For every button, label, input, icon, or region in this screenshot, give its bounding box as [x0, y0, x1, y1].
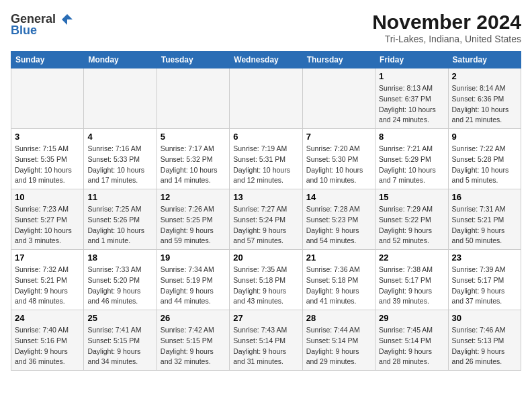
day-info: Sunrise: 7:19 AMSunset: 5:31 PMDaylight:…: [233, 144, 298, 186]
calendar-cell: 21Sunrise: 7:36 AMSunset: 5:18 PMDayligh…: [302, 250, 375, 310]
calendar-cell: 30Sunrise: 7:46 AMSunset: 5:13 PMDayligh…: [448, 310, 521, 371]
day-info: Sunrise: 7:28 AMSunset: 5:23 PMDaylight:…: [306, 204, 371, 246]
calendar-cell: [157, 68, 229, 129]
day-info: Sunrise: 8:14 AMSunset: 6:36 PMDaylight:…: [452, 83, 517, 126]
day-info: Sunrise: 7:22 AMSunset: 5:28 PMDaylight:…: [452, 144, 517, 186]
day-info: Sunrise: 7:41 AMSunset: 5:15 PMDaylight:…: [87, 325, 152, 367]
day-number: 11: [87, 192, 152, 202]
day-info: Sunrise: 7:35 AMSunset: 5:18 PMDaylight:…: [233, 265, 298, 307]
calendar-cell: 12Sunrise: 7:26 AMSunset: 5:25 PMDayligh…: [157, 189, 229, 250]
day-number: 1: [379, 71, 444, 81]
day-number: 20: [233, 253, 298, 263]
day-number: 28: [306, 313, 371, 323]
day-info: Sunrise: 7:20 AMSunset: 5:30 PMDaylight:…: [306, 144, 371, 186]
calendar-cell: 6Sunrise: 7:19 AMSunset: 5:31 PMDaylight…: [230, 129, 302, 189]
day-number: 5: [161, 132, 226, 142]
day-info: Sunrise: 7:32 AMSunset: 5:21 PMDaylight:…: [15, 265, 80, 307]
weekday-header-wednesday: Wednesday: [230, 52, 302, 68]
day-number: 24: [15, 313, 80, 323]
calendar-cell: 4Sunrise: 7:16 AMSunset: 5:33 PMDaylight…: [84, 129, 157, 189]
svg-marker-0: [62, 14, 73, 25]
location: Tri-Lakes, Indiana, United States: [372, 34, 521, 44]
weekday-header-sunday: Sunday: [11, 52, 84, 68]
calendar-cell: [230, 68, 302, 129]
day-number: 14: [306, 192, 371, 202]
week-row-5: 24Sunrise: 7:40 AMSunset: 5:16 PMDayligh…: [11, 310, 521, 371]
day-number: 2: [452, 71, 517, 81]
day-number: 3: [15, 132, 80, 142]
day-info: Sunrise: 7:31 AMSunset: 5:21 PMDaylight:…: [452, 204, 517, 246]
calendar-cell: 23Sunrise: 7:39 AMSunset: 5:17 PMDayligh…: [448, 250, 521, 310]
calendar-cell: 1Sunrise: 8:13 AMSunset: 6:37 PMDaylight…: [375, 68, 448, 129]
calendar-cell: [302, 68, 375, 129]
week-row-1: 1Sunrise: 8:13 AMSunset: 6:37 PMDaylight…: [11, 68, 521, 129]
day-number: 7: [306, 132, 371, 142]
day-info: Sunrise: 7:36 AMSunset: 5:18 PMDaylight:…: [306, 265, 371, 307]
day-number: 10: [15, 192, 80, 202]
calendar-cell: 16Sunrise: 7:31 AMSunset: 5:21 PMDayligh…: [448, 189, 521, 250]
day-number: 29: [379, 313, 444, 323]
day-info: Sunrise: 7:42 AMSunset: 5:15 PMDaylight:…: [161, 325, 226, 367]
day-info: Sunrise: 7:34 AMSunset: 5:19 PMDaylight:…: [161, 265, 226, 307]
week-row-2: 3Sunrise: 7:15 AMSunset: 5:35 PMDaylight…: [11, 129, 521, 189]
calendar: SundayMondayTuesdayWednesdayThursdayFrid…: [11, 51, 521, 371]
day-number: 12: [161, 192, 226, 202]
calendar-cell: 7Sunrise: 7:20 AMSunset: 5:30 PMDaylight…: [302, 129, 375, 189]
calendar-cell: 5Sunrise: 7:17 AMSunset: 5:32 PMDaylight…: [157, 129, 229, 189]
calendar-cell: 8Sunrise: 7:21 AMSunset: 5:29 PMDaylight…: [375, 129, 448, 189]
day-info: Sunrise: 8:13 AMSunset: 6:37 PMDaylight:…: [379, 83, 444, 126]
weekday-header-friday: Friday: [375, 52, 448, 68]
day-info: Sunrise: 7:39 AMSunset: 5:17 PMDaylight:…: [452, 265, 517, 307]
header: General Blue November 2024 Tri-Lakes, In…: [11, 11, 521, 44]
day-number: 22: [379, 253, 444, 263]
day-number: 16: [452, 192, 517, 202]
day-number: 8: [379, 132, 444, 142]
calendar-cell: 28Sunrise: 7:44 AMSunset: 5:14 PMDayligh…: [302, 310, 375, 371]
day-info: Sunrise: 7:25 AMSunset: 5:26 PMDaylight:…: [87, 204, 152, 246]
calendar-cell: 9Sunrise: 7:22 AMSunset: 5:28 PMDaylight…: [448, 129, 521, 189]
day-number: 17: [15, 253, 80, 263]
calendar-cell: 20Sunrise: 7:35 AMSunset: 5:18 PMDayligh…: [230, 250, 302, 310]
day-info: Sunrise: 7:17 AMSunset: 5:32 PMDaylight:…: [161, 144, 226, 186]
calendar-cell: 17Sunrise: 7:32 AMSunset: 5:21 PMDayligh…: [11, 250, 84, 310]
calendar-cell: 27Sunrise: 7:43 AMSunset: 5:14 PMDayligh…: [230, 310, 302, 371]
day-number: 18: [87, 253, 152, 263]
week-row-4: 17Sunrise: 7:32 AMSunset: 5:21 PMDayligh…: [11, 250, 521, 310]
logo-blue-text: Blue: [11, 24, 37, 38]
calendar-cell: 25Sunrise: 7:41 AMSunset: 5:15 PMDayligh…: [84, 310, 157, 371]
title-area: November 2024 Tri-Lakes, Indiana, United…: [372, 11, 521, 44]
logo-icon: [60, 13, 74, 26]
day-info: Sunrise: 7:33 AMSunset: 5:20 PMDaylight:…: [87, 265, 152, 307]
day-info: Sunrise: 7:45 AMSunset: 5:14 PMDaylight:…: [379, 325, 444, 367]
weekday-header-thursday: Thursday: [302, 52, 375, 68]
day-info: Sunrise: 7:15 AMSunset: 5:35 PMDaylight:…: [15, 144, 80, 186]
calendar-cell: 10Sunrise: 7:23 AMSunset: 5:27 PMDayligh…: [11, 189, 84, 250]
calendar-cell: 15Sunrise: 7:29 AMSunset: 5:22 PMDayligh…: [375, 189, 448, 250]
calendar-cell: 14Sunrise: 7:28 AMSunset: 5:23 PMDayligh…: [302, 189, 375, 250]
month-title: November 2024: [372, 11, 521, 34]
day-number: 23: [452, 253, 517, 263]
day-number: 21: [306, 253, 371, 263]
calendar-cell: 13Sunrise: 7:27 AMSunset: 5:24 PMDayligh…: [230, 189, 302, 250]
calendar-cell: 19Sunrise: 7:34 AMSunset: 5:19 PMDayligh…: [157, 250, 229, 310]
day-info: Sunrise: 7:43 AMSunset: 5:14 PMDaylight:…: [233, 325, 298, 367]
calendar-cell: 11Sunrise: 7:25 AMSunset: 5:26 PMDayligh…: [84, 189, 157, 250]
calendar-cell: 29Sunrise: 7:45 AMSunset: 5:14 PMDayligh…: [375, 310, 448, 371]
day-number: 27: [233, 313, 298, 323]
day-info: Sunrise: 7:26 AMSunset: 5:25 PMDaylight:…: [161, 204, 226, 246]
day-info: Sunrise: 7:44 AMSunset: 5:14 PMDaylight:…: [306, 325, 371, 367]
day-info: Sunrise: 7:21 AMSunset: 5:29 PMDaylight:…: [379, 144, 444, 186]
calendar-cell: 24Sunrise: 7:40 AMSunset: 5:16 PMDayligh…: [11, 310, 84, 371]
day-number: 26: [161, 313, 226, 323]
calendar-cell: 3Sunrise: 7:15 AMSunset: 5:35 PMDaylight…: [11, 129, 84, 189]
day-info: Sunrise: 7:46 AMSunset: 5:13 PMDaylight:…: [452, 325, 517, 367]
calendar-cell: [11, 68, 84, 129]
week-row-3: 10Sunrise: 7:23 AMSunset: 5:27 PMDayligh…: [11, 189, 521, 250]
day-info: Sunrise: 7:29 AMSunset: 5:22 PMDaylight:…: [379, 204, 444, 246]
weekday-header-row: SundayMondayTuesdayWednesdayThursdayFrid…: [11, 52, 521, 68]
weekday-header-saturday: Saturday: [448, 52, 521, 68]
day-number: 15: [379, 192, 444, 202]
day-number: 4: [87, 132, 152, 142]
day-number: 13: [233, 192, 298, 202]
weekday-header-tuesday: Tuesday: [157, 52, 229, 68]
